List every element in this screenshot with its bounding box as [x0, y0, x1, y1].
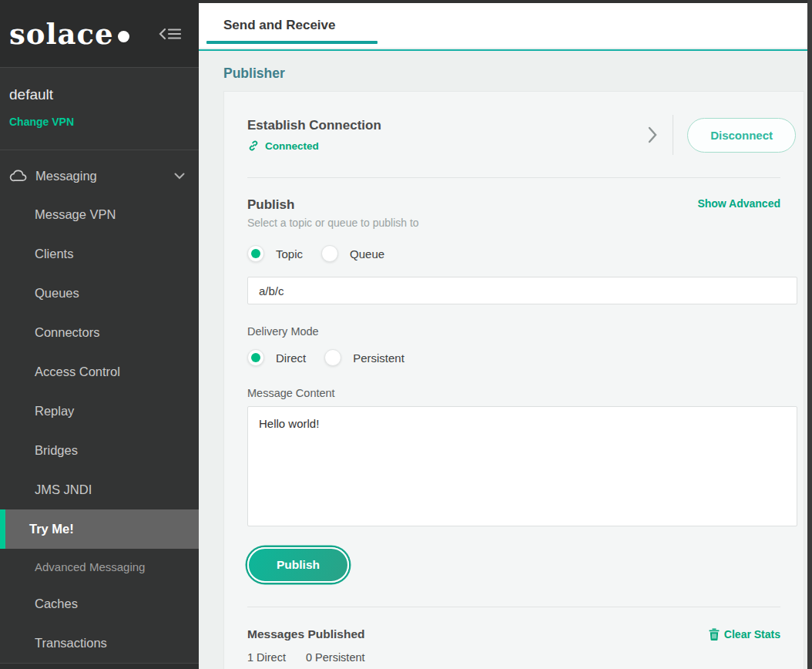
sidebar-item-access-control[interactable]: Access Control	[0, 352, 199, 392]
direct-radio[interactable]	[247, 349, 264, 366]
sidebar-menu: Messaging Message VPN Clients Queues Con…	[0, 150, 199, 669]
stats-title: Messages Published	[247, 627, 364, 641]
tab-bar: Send and Receive	[199, 3, 812, 48]
sidebar-item-queues[interactable]: Queues	[0, 274, 199, 313]
vertical-divider	[673, 115, 673, 155]
cloud-icon	[9, 168, 29, 183]
active-tab-underline	[206, 41, 377, 44]
delivery-mode-label: Delivery Mode	[247, 325, 796, 338]
main-area: Send and Receive Publisher Establish Con…	[199, 0, 812, 669]
sidebar-item-connectors[interactable]: Connectors	[0, 313, 199, 352]
vpn-block: default Change VPN	[0, 68, 199, 150]
connection-section: Establish Connection Connected	[247, 115, 796, 155]
sidebar-item-clients[interactable]: Clients	[0, 234, 199, 274]
radio-option-persistent[interactable]: Persistent	[324, 349, 404, 366]
sidebar-item-caches[interactable]: Caches	[0, 584, 199, 624]
trash-icon	[709, 628, 720, 640]
direct-radio-label: Direct	[276, 351, 306, 365]
radio-option-topic[interactable]: Topic	[247, 245, 303, 262]
connection-title: Establish Connection	[247, 118, 381, 133]
change-vpn-link[interactable]: Change VPN	[9, 116, 74, 128]
sidebar-item-bridges[interactable]: Bridges	[0, 431, 199, 470]
connection-info: Establish Connection Connected	[247, 118, 381, 152]
logo-dot	[118, 31, 129, 42]
stats-counts: 1 Direct 0 Persistent	[247, 651, 796, 664]
sidebar-group-label: Messaging	[35, 169, 174, 183]
publish-subtitle: Select a topic or queue to publish to	[247, 217, 796, 229]
logo-text: solace	[9, 17, 114, 51]
queue-radio[interactable]	[321, 245, 338, 262]
sidebar-group-messaging[interactable]: Messaging	[0, 156, 199, 195]
link-icon	[247, 140, 260, 152]
connection-actions: Disconnect	[648, 115, 796, 155]
clear-stats-label: Clear Stats	[724, 628, 780, 640]
publisher-panel: Establish Connection Connected	[223, 91, 804, 669]
page-title: Publisher	[223, 66, 285, 82]
sidebar-item-jms-jndi[interactable]: JMS JNDI	[0, 470, 199, 509]
disconnect-button[interactable]: Disconnect	[687, 118, 796, 153]
topic-radio[interactable]	[247, 245, 264, 262]
publish-header: Publish Show Advanced	[247, 197, 796, 213]
solace-logo[interactable]: solace	[9, 17, 129, 51]
direct-count: 1 Direct	[247, 651, 286, 664]
sidebar-item-try-me[interactable]: Try Me!	[0, 509, 199, 549]
chevron-right-icon[interactable]	[648, 126, 657, 143]
stats-header: Messages Published Clear Stats	[247, 627, 796, 641]
radio-option-queue[interactable]: Queue	[321, 245, 384, 262]
delivery-mode-radio-group: Direct Persistent	[247, 349, 796, 366]
persistent-radio[interactable]	[324, 349, 341, 366]
app-root: solace default Change VPN	[0, 0, 812, 669]
sidebar-item-transactions[interactable]: Transactions	[0, 624, 199, 663]
sidebar-collapse-icon[interactable]	[159, 25, 182, 42]
sidebar-item-replay[interactable]: Replay	[0, 392, 199, 431]
destination-radio-group: Topic Queue	[247, 245, 796, 262]
topic-input[interactable]	[247, 277, 797, 304]
publish-title: Publish	[247, 197, 294, 213]
vpn-name: default	[9, 86, 190, 103]
persistent-radio-label: Persistent	[353, 351, 404, 365]
radio-option-direct[interactable]: Direct	[247, 349, 306, 366]
topic-radio-label: Topic	[276, 247, 303, 261]
sidebar: solace default Change VPN	[0, 0, 199, 669]
queue-radio-label: Queue	[350, 247, 384, 261]
window-right-edge	[807, 0, 812, 669]
window-top-edge	[199, 0, 812, 3]
clear-stats-link[interactable]: Clear Stats	[709, 628, 780, 640]
persistent-count: 0 Persistent	[306, 651, 365, 664]
sidebar-item-advanced-messaging[interactable]: Advanced Messaging	[0, 549, 199, 584]
show-advanced-link[interactable]: Show Advanced	[697, 197, 780, 210]
sidebar-item-message-vpn[interactable]: Message VPN	[0, 195, 199, 234]
sidebar-header: solace	[0, 0, 199, 68]
publish-button[interactable]: Publish	[247, 547, 349, 583]
sidebar-bottom-divider	[0, 663, 199, 669]
stats-divider	[247, 607, 780, 607]
section-divider	[247, 177, 780, 178]
connection-status-text: Connected	[265, 140, 319, 152]
chevron-down-icon	[174, 173, 185, 180]
connection-status: Connected	[247, 140, 381, 152]
content-area: Publisher Establish Connection	[199, 48, 812, 669]
message-content-label: Message Content	[247, 387, 796, 399]
message-content-textarea[interactable]: Hello world!	[247, 406, 797, 526]
